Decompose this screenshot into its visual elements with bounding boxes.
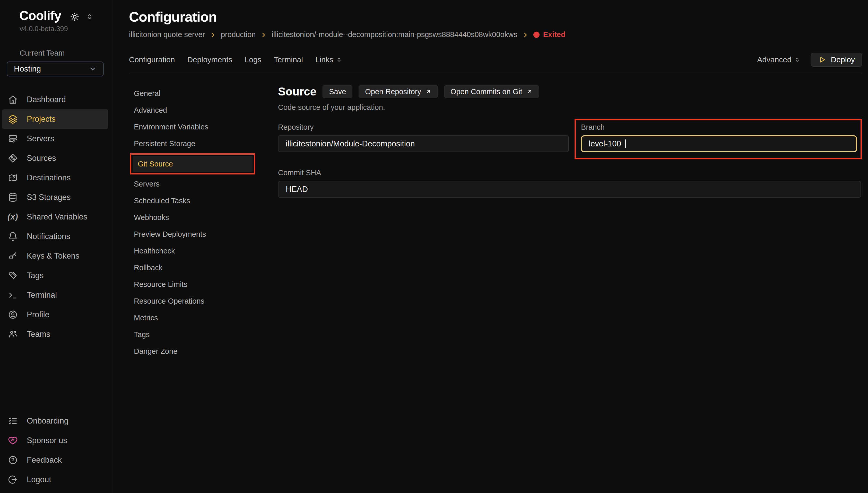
sidebar-item-teams[interactable]: Teams (2, 324, 108, 344)
advanced-menu[interactable]: Advanced (757, 55, 800, 64)
text-cursor (625, 140, 626, 148)
subnav-preview-deployments[interactable]: Preview Deployments (129, 226, 278, 243)
annotation-box-git-source: Git Source (130, 153, 255, 174)
breadcrumb-environment[interactable]: production (221, 30, 256, 39)
commit-sha-field: Commit SHA (278, 169, 862, 198)
sidebar-footer-nav: Onboarding Sponsor us Feedback Logout (0, 411, 113, 489)
theme-sun-icon[interactable] (70, 12, 80, 22)
checklist-icon (8, 416, 18, 426)
config-subnav: General Advanced Environment Variables P… (129, 85, 278, 360)
main-content: Configuration illicitonion quote server … (113, 0, 868, 493)
chevrons-up-down-icon (794, 57, 800, 63)
branch-input[interactable] (581, 135, 857, 152)
open-commits-button[interactable]: Open Commits on Git (444, 85, 539, 98)
sidebar-item-projects[interactable]: Projects (2, 109, 108, 129)
commit-sha-input[interactable] (278, 181, 861, 198)
sidebar-item-sources[interactable]: Sources (2, 148, 108, 168)
subnav-general[interactable]: General (129, 85, 278, 102)
sidebar-item-label: Destinations (27, 173, 71, 183)
subnav-resource-operations[interactable]: Resource Operations (129, 293, 278, 309)
subnav-persistent-storage[interactable]: Persistent Storage (129, 135, 278, 152)
team-select[interactable]: Hosting (7, 62, 104, 77)
map-icon (8, 173, 18, 183)
team-select-value: Hosting (14, 64, 41, 73)
git-source-panel: Source Save Open Repository Open Commits… (278, 85, 862, 198)
divider (129, 73, 862, 73)
sidebar-item-sponsor-us[interactable]: Sponsor us (2, 431, 108, 450)
current-team-label: Current Team (20, 49, 113, 57)
teams-icon (8, 329, 18, 339)
breadcrumb-project[interactable]: illicitonion quote server (129, 30, 205, 39)
layers-icon (8, 114, 18, 124)
tags-icon (8, 271, 18, 280)
sidebar-item-label: Onboarding (27, 416, 68, 426)
subnav-tags[interactable]: Tags (129, 326, 278, 343)
chevron-right-icon (210, 31, 216, 38)
external-link-icon (526, 88, 533, 95)
branch-field: Branch (581, 123, 857, 152)
subnav-metrics[interactable]: Metrics (129, 309, 278, 326)
repository-field: Repository (278, 123, 569, 152)
sidebar-item-keys-tokens[interactable]: Keys & Tokens (2, 246, 108, 266)
status-text: Exited (543, 30, 566, 39)
section-description: Code source of your application. (278, 103, 862, 112)
page-title: Configuration (129, 9, 862, 25)
sidebar-item-label: Tags (27, 271, 43, 280)
logo-row: Coolify (19, 9, 103, 23)
sidebar-item-servers[interactable]: Servers (2, 129, 108, 148)
open-repository-button[interactable]: Open Repository (359, 85, 438, 98)
subnav-resource-limits[interactable]: Resource Limits (129, 276, 278, 293)
key-icon (8, 251, 18, 261)
sidebar: Coolify v4.0.0-beta.399 Current Team Hos… (0, 0, 113, 493)
sidebar-item-s3-storages[interactable]: S3 Storages (2, 188, 108, 207)
save-button[interactable]: Save (322, 85, 353, 98)
subnav-advanced[interactable]: Advanced (129, 102, 278, 119)
profile-icon (8, 310, 18, 320)
subnav-servers[interactable]: Servers (129, 176, 278, 192)
subnav-webhooks[interactable]: Webhooks (129, 209, 278, 226)
sidebar-item-label: Shared Variables (27, 212, 87, 221)
deploy-button[interactable]: Deploy (811, 53, 862, 67)
tab-configuration[interactable]: Configuration (129, 55, 175, 64)
sidebar-item-dashboard[interactable]: Dashboard (2, 90, 108, 109)
subnav-scheduled-tasks[interactable]: Scheduled Tasks (129, 192, 278, 209)
sidebar-item-label: Notifications (27, 232, 70, 241)
sidebar-item-profile[interactable]: Profile (2, 305, 108, 324)
sidebar-item-label: S3 Storages (27, 193, 71, 202)
tab-logs[interactable]: Logs (245, 55, 261, 64)
breadcrumb-application[interactable]: illicitestonion/-module--decomposition:m… (272, 30, 517, 39)
server-icon (8, 134, 18, 144)
sidebar-item-feedback[interactable]: Feedback (2, 450, 108, 470)
sidebar-item-tags[interactable]: Tags (2, 266, 108, 285)
sidebar-item-shared-variables[interactable]: (x) Shared Variables (2, 207, 108, 227)
tab-deployments[interactable]: Deployments (187, 55, 232, 64)
sidebar-item-label: Dashboard (27, 95, 66, 104)
app-logo: Coolify (19, 9, 61, 23)
logout-icon (8, 475, 18, 485)
tab-row: Configuration Deployments Logs Terminal … (129, 53, 862, 67)
chevron-right-icon (260, 31, 267, 38)
subnav-environment-variables[interactable]: Environment Variables (129, 119, 278, 135)
repository-input[interactable] (278, 135, 569, 152)
annotation-box-branch: Branch (575, 119, 862, 159)
sidebar-item-logout[interactable]: Logout (2, 470, 108, 489)
sidebar-item-label: Teams (27, 329, 50, 339)
sidebar-item-destinations[interactable]: Destinations (2, 168, 108, 188)
sidebar-item-label: Logout (27, 475, 51, 484)
tab-terminal[interactable]: Terminal (274, 55, 303, 64)
subnav-healthcheck[interactable]: Healthcheck (129, 243, 278, 259)
theme-selector-chevrons-icon[interactable] (86, 14, 93, 20)
sidebar-item-notifications[interactable]: Notifications (2, 227, 108, 246)
sidebar-nav: Dashboard Projects Servers Sources Desti… (0, 90, 113, 344)
sidebar-item-terminal[interactable]: Terminal (2, 285, 108, 305)
tab-links[interactable]: Links (315, 55, 342, 64)
section-title: Source (278, 85, 316, 98)
commit-sha-label: Commit SHA (278, 169, 861, 177)
play-icon (818, 56, 826, 64)
sidebar-item-onboarding[interactable]: Onboarding (2, 411, 108, 431)
sidebar-item-label: Terminal (27, 291, 57, 300)
subnav-danger-zone[interactable]: Danger Zone (129, 343, 278, 360)
subnav-rollback[interactable]: Rollback (129, 259, 278, 276)
sidebar-item-label: Keys & Tokens (27, 251, 79, 261)
subnav-git-source[interactable]: Git Source (133, 156, 253, 172)
